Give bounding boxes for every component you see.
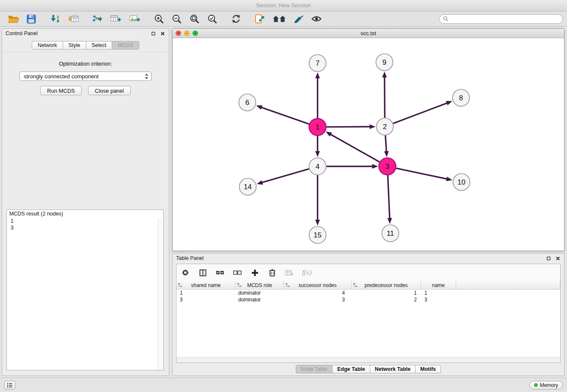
float-panel-icon[interactable] <box>545 255 551 261</box>
tab-motifs[interactable]: Motifs <box>416 365 441 373</box>
table-row[interactable]: 1dominator411 <box>176 290 560 296</box>
memory-button[interactable]: Memory <box>529 381 563 389</box>
delete-column-icon[interactable] <box>267 268 277 277</box>
edge-arrow <box>387 218 392 224</box>
zoom-selected-icon[interactable] <box>206 13 219 25</box>
import-table-icon[interactable] <box>66 13 80 25</box>
save-icon[interactable] <box>25 13 38 25</box>
floppy-icon <box>27 14 36 24</box>
table-cell[interactable]: 3 <box>421 296 456 303</box>
refresh-icon[interactable] <box>229 13 243 25</box>
column-header-name[interactable]: name <box>421 281 456 290</box>
tab-network-table[interactable]: Network Table <box>370 365 416 373</box>
table-panel-header: Table Panel <box>173 254 564 263</box>
close-window-button[interactable]: × <box>176 30 181 36</box>
sort-icon <box>353 283 358 287</box>
table-cell[interactable]: 1 <box>421 290 456 296</box>
select-all-icon[interactable] <box>215 268 225 277</box>
home-network-icon[interactable] <box>271 13 288 25</box>
column-header-mcds-role[interactable]: MCDS role <box>236 281 284 290</box>
table-cell[interactable]: 4 <box>284 290 352 296</box>
memory-label: Memory <box>540 382 558 388</box>
edge-arrow <box>382 72 387 77</box>
network-window-title: scc.txt <box>173 30 564 36</box>
minimize-window-button[interactable]: − <box>184 30 190 36</box>
edge-line[interactable] <box>330 134 380 162</box>
export-image-icon[interactable] <box>128 13 142 25</box>
deselect-all-icon[interactable] <box>233 268 242 277</box>
table-hscrollbar[interactable] <box>176 357 560 362</box>
edge-arrow <box>315 151 320 157</box>
delete-table-icon[interactable] <box>285 268 294 277</box>
edge-arrow <box>257 180 263 185</box>
export-table-icon[interactable] <box>109 13 124 25</box>
table-cell[interactable]: 1 <box>352 290 421 296</box>
tab-select[interactable]: Select <box>86 41 113 50</box>
mcds-result-list[interactable]: 1 3 <box>7 217 163 370</box>
graph-node-label: 9 <box>383 58 386 66</box>
edge-line[interactable] <box>385 135 386 152</box>
sort-icon <box>178 283 182 287</box>
table-cell[interactable]: dominator <box>236 290 284 296</box>
zoom-out-icon[interactable] <box>170 13 184 25</box>
show-columns-icon[interactable] <box>198 268 207 277</box>
run-mcds-button[interactable]: Run MCDS <box>40 86 82 95</box>
open-file-icon[interactable] <box>6 13 21 25</box>
zoom-fit-icon[interactable] <box>188 13 201 25</box>
tab-network[interactable]: Network <box>32 41 63 50</box>
column-header-label: name <box>432 282 445 288</box>
dropdown-arrows-icon <box>145 73 149 80</box>
graph-node-label: 14 <box>244 183 252 191</box>
maximize-window-button[interactable]: + <box>193 30 198 36</box>
tab-node-table[interactable]: Node Table <box>296 365 333 373</box>
edge-line[interactable] <box>396 168 447 179</box>
close-panel-icon[interactable] <box>160 30 165 36</box>
open-session-icon[interactable] <box>253 13 267 25</box>
column-header-successor-nodes[interactable]: successor nodes <box>284 281 352 290</box>
tab-style[interactable]: Style <box>63 41 86 50</box>
close-panel-button[interactable]: Close panel <box>88 86 131 95</box>
criterion-dropdown[interactable]: strongly connected component <box>19 72 151 81</box>
import-network-icon[interactable] <box>48 13 62 25</box>
edge-line[interactable] <box>261 108 309 124</box>
edge-line[interactable] <box>385 77 385 118</box>
search-input[interactable] <box>451 16 559 22</box>
close-panel-icon[interactable] <box>555 255 561 261</box>
table-header-row: shared name MCDS role <box>176 281 560 290</box>
column-header-shared-name[interactable]: shared name <box>176 281 236 290</box>
edge-line[interactable] <box>388 175 390 218</box>
table-settings-icon[interactable] <box>181 268 190 277</box>
table-cell[interactable]: 3 <box>284 296 352 303</box>
result-scrollbar[interactable] <box>158 218 163 370</box>
task-history-button[interactable] <box>4 381 15 389</box>
zoom-in-icon[interactable] <box>152 13 166 25</box>
table-cell[interactable]: 1 <box>176 290 236 296</box>
float-panel-icon[interactable] <box>150 30 156 36</box>
function-builder-icon[interactable]: f(x) <box>302 269 311 276</box>
control-panel-title: Control Panel <box>6 30 38 36</box>
edge-arrow <box>446 101 452 105</box>
edge-arrow <box>384 151 389 157</box>
edge-line[interactable] <box>393 103 447 123</box>
table-row[interactable]: 3dominator323 <box>176 296 560 303</box>
visibility-icon[interactable] <box>310 13 323 25</box>
tab-mcds[interactable]: MCDS <box>112 41 139 50</box>
table-cell[interactable]: 2 <box>352 296 421 303</box>
table-cell[interactable]: 3 <box>176 296 236 303</box>
annotation-icon[interactable] <box>292 13 306 25</box>
control-panel-header: Control Panel <box>2 29 169 38</box>
open-folder-icon <box>8 15 19 23</box>
network-canvas[interactable]: 7968124314101511 <box>173 38 564 251</box>
column-header-predecessor-nodes[interactable]: predecessor nodes <box>352 281 421 290</box>
network-window: × − + scc.txt 7968124314101511 <box>172 28 564 251</box>
table-cell[interactable]: dominator <box>236 296 284 303</box>
edge-line[interactable] <box>262 169 309 182</box>
export-network-icon[interactable] <box>91 13 105 25</box>
edge-line[interactable] <box>326 127 370 127</box>
add-column-icon[interactable] <box>250 268 259 277</box>
zoom-selected-glyph <box>207 14 217 24</box>
search-field[interactable] <box>439 14 563 24</box>
optimization-criterion-label: Optimization criterion: <box>2 61 169 67</box>
tab-edge-table[interactable]: Edge Table <box>333 365 370 373</box>
table-cell-filler <box>456 296 560 303</box>
